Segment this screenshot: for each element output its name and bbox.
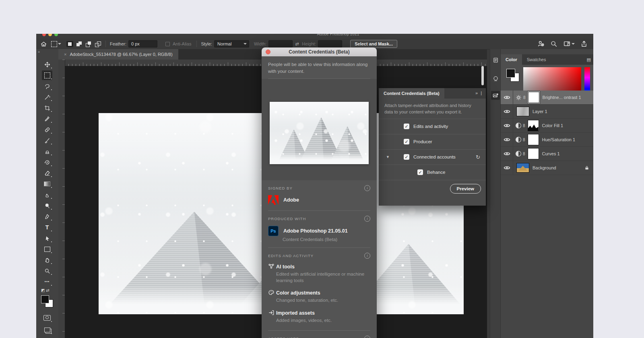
close-icon[interactable] — [266, 49, 270, 54]
mask-link-icon[interactable]: 8 — [523, 95, 526, 100]
layer-name[interactable]: Curves 1 — [542, 151, 560, 156]
layer-name[interactable]: Layer 1 — [533, 109, 547, 114]
layer-name[interactable]: Color Fill 1 — [542, 123, 564, 128]
foreground-background-swatches[interactable] — [41, 295, 54, 308]
modal-titlebar[interactable]: Content Credentials (Beta) — [262, 47, 377, 56]
collapse-panel-icon[interactable]: » | — [475, 91, 483, 95]
content-credentials-panel-icon[interactable] — [491, 91, 500, 100]
feather-input[interactable]: 0 px — [128, 40, 157, 47]
cc-panel-tab[interactable]: Content Credentials (Beta) — [379, 88, 444, 99]
checkbox-checked[interactable]: ✓ — [417, 169, 423, 175]
layer-thumbnail[interactable] — [516, 163, 529, 173]
height-input[interactable] — [318, 40, 342, 47]
layer-name[interactable]: Background — [533, 165, 556, 170]
history-panel-icon[interactable] — [491, 56, 500, 64]
chevron-down-icon[interactable] — [572, 43, 575, 46]
color-swatch-pair[interactable] — [506, 69, 520, 82]
eye-icon[interactable] — [501, 119, 513, 132]
magic-wand-tool[interactable] — [42, 92, 52, 102]
cc-option-edits-activity[interactable]: ✓ Edits and activity — [379, 119, 486, 134]
layer-row-layer1[interactable]: Layer 1 — [501, 105, 593, 119]
swap-arrows-icon[interactable]: ⇄ — [295, 41, 299, 47]
share-user-icon[interactable] — [537, 40, 545, 47]
marquee-tool-preset-icon[interactable] — [51, 41, 57, 47]
crop-tool[interactable] — [42, 103, 52, 113]
selection-mode-add[interactable] — [76, 41, 83, 47]
layer-mask-thumbnail[interactable] — [528, 148, 539, 159]
chevron-down-icon[interactable]: ▼ — [386, 155, 390, 159]
layer-row-brightness-contrast[interactable]: 8 Brightne... ontrast 1 — [501, 91, 593, 105]
close-window-icon[interactable] — [42, 34, 46, 36]
export-icon[interactable] — [580, 40, 588, 47]
refresh-icon[interactable]: ↻ — [476, 154, 480, 160]
eyedropper-tool[interactable] — [42, 114, 52, 124]
info-icon[interactable]: i — [364, 185, 370, 191]
info-icon[interactable]: i — [364, 336, 370, 338]
document-tab[interactable]: × AdobeStock_55134478 @ 66.67% (Layer 0,… — [58, 49, 178, 60]
edit-toolbar-ellipsis[interactable]: ••• — [42, 277, 52, 286]
width-input[interactable] — [268, 40, 293, 47]
layer-name[interactable]: Brightne... ontrast 1 — [543, 95, 581, 100]
foreground-color-swatch[interactable] — [41, 295, 49, 303]
selection-mode-new[interactable] — [66, 41, 73, 47]
eraser-tool[interactable] — [42, 168, 52, 178]
panel-menu-icon[interactable]: ▤ — [587, 57, 591, 62]
lasso-tool[interactable] — [42, 81, 52, 91]
hand-tool[interactable] — [42, 255, 52, 265]
selection-mode-intersect[interactable] — [94, 41, 101, 47]
mask-link-icon[interactable]: 8 — [523, 152, 525, 156]
select-and-mask-button[interactable]: Select and Mask... — [350, 40, 397, 48]
canvas-scrollbar[interactable] — [481, 66, 484, 85]
minimize-window-icon[interactable] — [48, 34, 52, 36]
gradient-tool[interactable] — [42, 179, 52, 189]
eye-icon[interactable] — [501, 161, 513, 175]
layer-mask-thumbnail[interactable] — [528, 92, 539, 103]
layer-mask-thumbnail[interactable] — [528, 134, 539, 145]
layer-row-hue-saturation[interactable]: 8 Hue/Saturation 1 — [501, 133, 593, 147]
layer-mask-thumbnail[interactable] — [528, 120, 539, 131]
swap-colors-icon[interactable]: ◩ ⇄ — [41, 288, 53, 295]
cc-option-producer[interactable]: ✓ Producer — [379, 134, 486, 149]
eye-icon[interactable] — [501, 91, 513, 104]
eye-icon[interactable] — [501, 147, 513, 161]
spot-healing-brush-tool[interactable] — [42, 125, 52, 134]
workspace-icon[interactable] — [563, 40, 571, 47]
cc-option-connected-accounts[interactable]: ▼ ✓ Connected accounts ↻ — [379, 149, 486, 165]
info-icon[interactable]: i — [364, 216, 370, 222]
chevron-down-icon[interactable] — [58, 43, 61, 46]
pen-tool[interactable] — [42, 212, 52, 221]
layer-row-background[interactable]: Background — [501, 161, 593, 175]
tab-swatches[interactable]: Swatches — [522, 54, 551, 65]
history-brush-tool[interactable] — [42, 157, 52, 167]
clone-stamp-tool[interactable] — [42, 146, 52, 156]
type-tool[interactable]: T — [42, 223, 52, 232]
eye-icon[interactable] — [501, 133, 513, 146]
home-icon[interactable] — [40, 41, 47, 47]
anti-alias-checkbox[interactable] — [165, 42, 170, 46]
tab-color[interactable]: Color — [501, 54, 522, 65]
brush-tool[interactable] — [42, 136, 52, 145]
zoom-tool[interactable] — [42, 266, 52, 276]
selection-mode-subtract[interactable] — [85, 41, 92, 47]
layer-row-curves[interactable]: 8 Curves 1 — [501, 147, 593, 161]
checkbox-checked[interactable]: ✓ — [404, 124, 409, 129]
zoom-window-icon[interactable] — [54, 34, 58, 36]
cc-option-behance[interactable]: ✓ Behance — [379, 165, 486, 180]
toolbar-collapse-icon[interactable]: » — [38, 50, 40, 54]
quick-mask-mode-icon[interactable] — [42, 313, 52, 323]
layer-thumbnail[interactable] — [516, 107, 529, 116]
mask-link-icon[interactable]: 8 — [523, 124, 525, 128]
rectangular-marquee-tool[interactable] — [42, 70, 52, 80]
info-icon[interactable]: i — [364, 253, 370, 259]
close-tab-icon[interactable]: × — [64, 52, 66, 57]
path-selection-tool[interactable] — [42, 233, 52, 243]
mask-link-icon[interactable]: 8 — [523, 138, 525, 142]
move-tool[interactable] — [42, 60, 52, 69]
search-icon[interactable] — [550, 40, 557, 47]
layer-name[interactable]: Hue/Saturation 1 — [542, 137, 576, 142]
screen-mode-icon[interactable] — [42, 325, 52, 335]
rectangle-tool[interactable] — [42, 244, 52, 254]
layer-row-color-fill[interactable]: 8 Color Fill 1 — [501, 119, 593, 133]
eye-icon[interactable] — [501, 105, 513, 118]
comments-panel-icon[interactable] — [491, 74, 500, 83]
